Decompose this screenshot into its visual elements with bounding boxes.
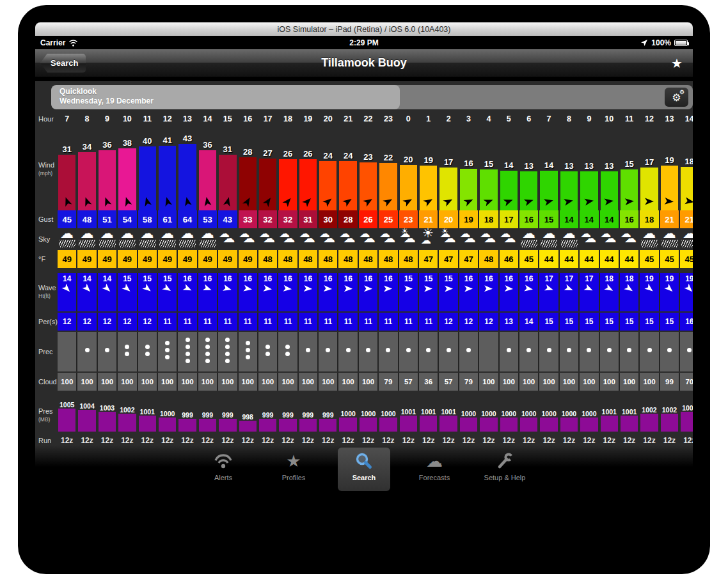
wind-bar (239, 157, 257, 210)
period-cell: 11 (419, 313, 439, 331)
wind-cell: 38 (118, 129, 138, 210)
tab-alerts[interactable]: Alerts (197, 448, 249, 491)
wind-cell: 24 (319, 129, 338, 210)
precip-dot (526, 348, 531, 352)
wave-cell: 15 (439, 273, 459, 311)
hour-cell: 10 (118, 109, 138, 129)
temperature-cell: 45 (519, 250, 539, 268)
tab-label: Search (352, 474, 376, 481)
pressure-value: 999 (222, 411, 233, 419)
hour-cell: 1 (419, 109, 439, 129)
wind-bar (480, 169, 497, 210)
wind-cell: 36 (198, 129, 218, 210)
precip-dot (186, 359, 190, 363)
precip-dot (306, 348, 310, 352)
period-cell: 12 (479, 313, 499, 331)
wave-cell: 14 (77, 273, 97, 311)
wind-bar (78, 152, 95, 210)
wind-cell: 18 (680, 129, 693, 210)
wind-cell: 13 (560, 129, 580, 210)
forecast-table[interactable]: Quicklook Wednesday, 19 December ⚙ ⚙ Hou… (35, 81, 693, 483)
precip-dot (647, 348, 652, 352)
wind-cell: 41 (158, 129, 178, 210)
pressure-bar (560, 418, 578, 432)
pressure-cell: 1000 (580, 400, 599, 432)
row-hour-top: Hour789101112131415161718192021222301234… (35, 109, 693, 129)
wind-value: 40 (143, 136, 152, 146)
tab-forecasts[interactable]: ☁Forecasts (408, 448, 461, 491)
wind-value: 14 (504, 160, 513, 170)
pressure-bar (420, 416, 437, 432)
precipitation-cell (620, 332, 640, 371)
wave-cell: 16 (239, 273, 258, 311)
wind-bar (379, 163, 397, 210)
temperature-cell: 48 (258, 250, 278, 268)
wind-value: 31 (62, 144, 71, 154)
wind-value: 17 (444, 157, 453, 167)
precip-dot (165, 348, 170, 352)
forecast-grid[interactable]: Hour789101112131415161718192021222301234… (35, 109, 693, 469)
direction-arrow-icon (320, 194, 335, 209)
direction-arrow-icon (622, 282, 636, 295)
temperature-cell: 44 (620, 250, 640, 268)
precipitation-cell (660, 332, 680, 371)
wind-cell: 17 (439, 129, 459, 210)
wind-cell: 36 (98, 129, 118, 210)
sky-cell: ☁ (680, 228, 693, 250)
direction-arrow-icon (341, 194, 355, 208)
gust-cell: 17 (500, 210, 519, 228)
wind-value: 22 (384, 153, 393, 162)
pressure-value: 1000 (562, 410, 576, 418)
temperature-cell: 45 (640, 250, 660, 268)
tab-search[interactable]: Search (338, 448, 390, 491)
pressure-cell: 999 (299, 400, 319, 432)
cloud-cell: 70 (680, 373, 693, 391)
precipitation-cell (539, 332, 559, 371)
pressure-cell: 1000 (379, 400, 399, 432)
wind-value: 13 (605, 161, 613, 171)
tab-profiles[interactable]: ★Profiles (267, 448, 320, 491)
settings-button[interactable]: ⚙ ⚙ (665, 88, 688, 107)
wind-bar (500, 171, 518, 210)
hour-cell: 8 (77, 109, 97, 129)
precipitation-cell (500, 332, 519, 371)
quicklook-scroll-bar[interactable]: Quicklook Wednesday, 19 December ⚙ ⚙ (51, 85, 693, 109)
tab-label: Profiles (282, 474, 306, 481)
direction-arrow-icon (120, 282, 134, 295)
precipitation-cell (419, 332, 439, 371)
wind-cell: 43 (178, 129, 198, 210)
sky-rain-icon: ☁ (640, 228, 658, 250)
wave-value: 16 (525, 274, 533, 283)
precipitation-cell (258, 332, 278, 371)
period-cell: 15 (640, 313, 660, 331)
sky-cell: ☁☁ (278, 228, 298, 250)
hour-cell: 9 (98, 109, 118, 129)
wind-cell: 13 (600, 129, 620, 210)
precipitation-cell (158, 332, 178, 371)
favorite-star-icon[interactable]: ★ (671, 56, 683, 71)
pressure-bar (219, 419, 236, 432)
cloud-cell: 100 (560, 373, 580, 391)
direction-arrow-icon (464, 284, 473, 293)
sky-rain-icon: ☁ (560, 228, 578, 250)
cloud-cell: 100 (500, 373, 519, 391)
precipitation-cell (198, 332, 218, 371)
gust-cell: 23 (399, 210, 419, 228)
direction-arrow-icon (361, 194, 376, 208)
wind-value: 43 (183, 134, 192, 143)
wind-cell: 20 (399, 129, 419, 210)
period-cell: 12 (58, 313, 77, 331)
wind-cell: 26 (278, 129, 298, 210)
wave-cell: 15 (138, 273, 158, 311)
wave-cell: 15 (419, 273, 439, 311)
row-cloud-cover: Cloud10010010010010010010010010010010010… (35, 373, 693, 391)
direction-arrow-icon (202, 283, 214, 295)
magnifier-icon (354, 451, 374, 471)
direction-arrow-icon (141, 282, 154, 295)
precipitation-cell (600, 332, 620, 371)
wave-value: 15 (444, 274, 452, 283)
tab-setup-help[interactable]: Setup & Help (479, 448, 531, 491)
precip-dot (426, 348, 431, 352)
sky-cloudy-icon: ☁☁ (338, 228, 357, 250)
period-cell: 11 (399, 313, 419, 331)
